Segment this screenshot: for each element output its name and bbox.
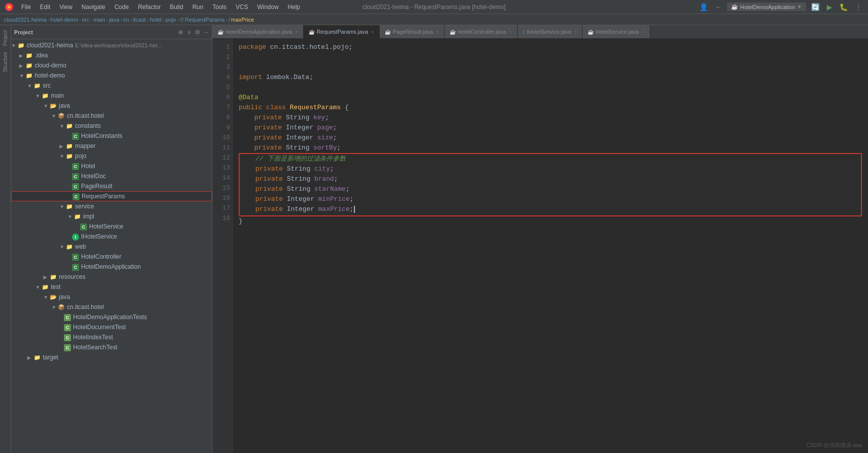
menu-refactor[interactable]: Refactor (134, 3, 165, 12)
structure-strip-label[interactable]: Structure (2, 49, 9, 76)
tree-item-target[interactable]: ▶ 📁 target (11, 352, 212, 362)
tree-item-test[interactable]: ▼ 📁 test (11, 282, 212, 292)
tab-hoteldemoapplication[interactable]: ☕ HotelDemoApplication.java × (212, 25, 304, 38)
tab-icon-rp: ☕ (309, 29, 315, 35)
bc-itcast[interactable]: itcast (133, 17, 146, 23)
tab-icon-hc: ☕ (450, 29, 456, 35)
code-line-18: } (239, 216, 862, 226)
sync-icon[interactable]: 🔄 (809, 2, 822, 12)
tree-item-java[interactable]: ▼ 📂 java (11, 101, 212, 111)
menu-view[interactable]: View (55, 3, 77, 12)
tab-close-hda[interactable]: × (295, 29, 298, 35)
src-label: src (43, 82, 51, 89)
menu-vcs[interactable]: VCS (232, 3, 252, 12)
tree-item-hotelcontroller[interactable]: C HotelController (11, 252, 212, 262)
tree-item-resources[interactable]: ▶ 📁 resources (11, 272, 212, 282)
bc-module[interactable]: hotel-demo (50, 17, 78, 23)
tree-item-service[interactable]: ▼ 📁 service (11, 201, 212, 211)
tab-ihotelservice[interactable]: ℹ IHotelService.java × (518, 25, 583, 38)
tree-item-impl[interactable]: ▼ 📁 impl (11, 211, 212, 221)
code-line-5 (239, 83, 862, 93)
title-bar: File Edit View Navigate Code Refactor Bu… (0, 0, 868, 14)
impl-folder-icon: 📁 (74, 212, 82, 220)
tab-pageresult[interactable]: ☕ PageResult.java × (380, 25, 445, 38)
tree-item-test-package[interactable]: ▼ 📦 cn.itcast.hotel (11, 302, 212, 312)
tree-item-main[interactable]: ▼ 📁 main (11, 91, 212, 101)
menu-window[interactable]: Window (253, 3, 283, 12)
tab-close-hs[interactable]: × (642, 29, 645, 35)
project-panel-minimize[interactable]: − (203, 28, 209, 37)
tree-item-src[interactable]: ▼ 📁 src (11, 81, 212, 91)
tab-requestparams[interactable]: ☕ RequestParams.java × (304, 25, 380, 38)
tree-item-hoteldoc[interactable]: C HotelDoc (11, 171, 212, 181)
tab-close-rp[interactable]: × (371, 29, 374, 35)
bc-method[interactable]: maxPrice (231, 17, 254, 23)
tab-hotelcontroller[interactable]: ☕ HotelController.java × (445, 25, 518, 38)
bc-hotel[interactable]: hotel (150, 17, 162, 23)
tree-item-hotelsearchtest[interactable]: C HotelSearchTest (11, 342, 212, 352)
hotel-class-label: Hotel (81, 163, 95, 170)
bc-java[interactable]: java (109, 17, 119, 23)
debug-button[interactable]: 🐛 (837, 2, 850, 12)
main-label: main (51, 92, 64, 99)
hotelservice-label: HotelService (89, 223, 123, 230)
tree-item-constants[interactable]: ▼ 📁 constants (11, 121, 212, 131)
tree-item-hotel[interactable]: C Hotel (11, 161, 212, 171)
back-icon[interactable]: ← (713, 2, 724, 12)
tree-item-hoteldemoapplication[interactable]: C HotelDemoApplication (11, 262, 212, 272)
bc-pojo[interactable]: pojo (166, 17, 176, 23)
tree-item-cloud-demo[interactable]: ▶ 📁 cloud-demo (11, 60, 212, 70)
tree-item-root[interactable]: ▼ 📁 cloud2021-heima E:\idea-workspace\cl… (11, 40, 212, 50)
run-config-label: HotelDemoApplication (740, 4, 795, 10)
tree-item-hotelconstants[interactable]: C HotelConstants (11, 131, 212, 141)
tree-item-mapper[interactable]: ▶ 📁 mapper (11, 141, 212, 151)
bc-main[interactable]: main (93, 17, 105, 23)
tree-item-hotelindextest[interactable]: C HotelIndexTest (11, 332, 212, 342)
tree-item-hotel-demo[interactable]: ▼ 📁 hotel-demo (11, 70, 212, 81)
menu-code[interactable]: Code (110, 3, 133, 12)
src-icon: 📁 (33, 82, 41, 90)
menu-help[interactable]: Help (283, 3, 304, 12)
project-panel-icon-1[interactable]: ⊕ (177, 28, 184, 37)
tree-item-pageresult[interactable]: C PageResult (11, 181, 212, 191)
menu-build[interactable]: Build (166, 3, 187, 12)
tree-item-requestparams[interactable]: C RequestParams (11, 191, 212, 201)
run-config-selector[interactable]: ☕ HotelDemoApplication ▼ (727, 3, 806, 11)
project-panel-icon-3[interactable]: ⚙ (194, 28, 201, 37)
hotel-demo-label: hotel-demo (35, 72, 65, 79)
bc-class[interactable]: RequestParams (185, 17, 225, 23)
tree-item-package[interactable]: ▼ 📦 cn.itcast.hotel (11, 111, 212, 121)
project-strip-label[interactable]: Project (2, 27, 9, 49)
pageresult-label: PageResult (81, 183, 112, 190)
code-content[interactable]: package cn.itcast.hotel.pojo; import lom… (233, 39, 868, 453)
menu-file[interactable]: File (17, 3, 35, 12)
tab-close-pr[interactable]: × (436, 29, 439, 35)
menu-navigate[interactable]: Navigate (78, 3, 109, 12)
menu-edit[interactable]: Edit (36, 3, 54, 12)
menu-tools[interactable]: Tools (208, 3, 231, 12)
window-title: cloud2021-heima - RequestParams.java [ho… (363, 4, 505, 11)
test-java-icon: 📂 (49, 293, 57, 301)
bc-src[interactable]: src (82, 17, 90, 23)
tree-item-hdatests[interactable]: C HotelDemoApplicationTests (11, 312, 212, 322)
user-icon[interactable]: 👤 (697, 2, 710, 12)
tree-item-hoteldoctest[interactable]: C HotelDocumentTest (11, 322, 212, 332)
more-icon[interactable]: ⋮ (853, 2, 864, 12)
bc-cn[interactable]: cn (123, 17, 129, 23)
menu-run[interactable]: Run (188, 3, 207, 12)
tree-item-ihotelservice[interactable]: I IHotelService (11, 232, 212, 242)
project-panel-icon-2[interactable]: ≡ (186, 28, 192, 37)
tab-close-hc[interactable]: × (509, 29, 512, 35)
tab-hotelservice[interactable]: ☕ HotelService.java × (583, 25, 650, 38)
tree-item-test-java[interactable]: ▼ 📂 java (11, 292, 212, 302)
run-button[interactable]: ▶ (825, 2, 834, 12)
code-line-16: private Integer minPrice; (240, 194, 861, 204)
tree-item-idea[interactable]: ▶ 📁 .idea (11, 50, 212, 60)
tab-close-ihs[interactable]: × (574, 29, 577, 35)
project-strip: Project Structure (0, 25, 11, 453)
tree-item-pojo[interactable]: ▼ 📁 pojo (11, 151, 212, 161)
menu-bar: File Edit View Navigate Code Refactor Bu… (17, 3, 697, 12)
bc-root[interactable]: cloud2021-heima (4, 17, 46, 23)
tree-item-web[interactable]: ▼ 📁 web (11, 242, 212, 252)
tree-item-hotelservice[interactable]: C HotelService (11, 221, 212, 232)
